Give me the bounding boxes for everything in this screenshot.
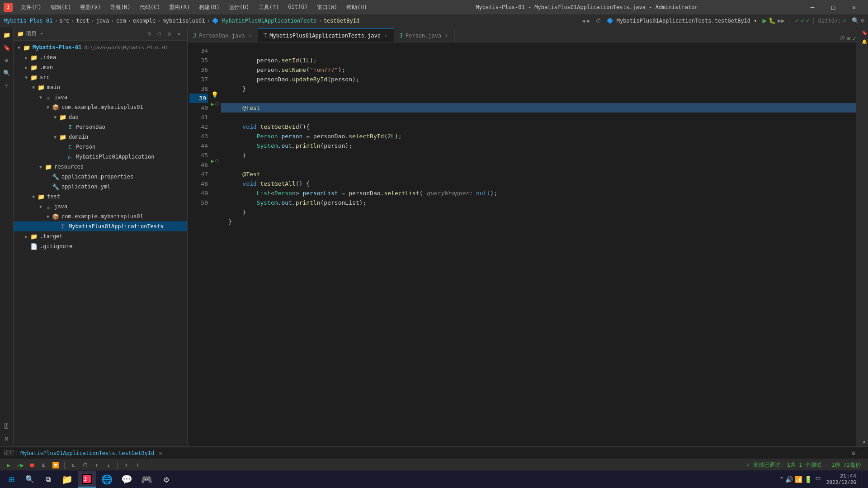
menu-help[interactable]: 帮助(H)	[342, 2, 372, 13]
scroll-down-icon[interactable]: ⬇	[133, 460, 143, 470]
taskbar-app-explorer[interactable]: 📁	[58, 471, 76, 488]
settings-icon[interactable]: ⚙	[861, 17, 864, 24]
nav-back[interactable]: ◀	[582, 18, 585, 24]
sidebar-hide-icon[interactable]: ✕	[175, 29, 184, 38]
sidebar-settings-icon[interactable]: ⚙	[165, 29, 174, 38]
run-settings-icon[interactable]: ⚙	[852, 450, 855, 456]
minimize-button[interactable]: ─	[802, 0, 823, 14]
search-taskbar[interactable]: 🔍	[22, 471, 38, 488]
tree-item-yml[interactable]: ▶ 🔧 application.yml	[14, 182, 187, 192]
tree-item-main[interactable]: ▼ 📁 main	[14, 82, 187, 92]
taskbar-app-steam[interactable]: 🎮	[137, 471, 156, 488]
menu-refactor[interactable]: 重构(R)	[165, 2, 194, 13]
project-icon[interactable]: 📁	[1, 29, 13, 41]
menu-view[interactable]: 视图(V)	[75, 2, 105, 13]
debug-button[interactable]: 🐛	[769, 17, 776, 24]
test-nav-icon[interactable]: ⊞	[39, 460, 49, 470]
menu-run[interactable]: 运行(U)	[224, 2, 254, 13]
recent-locations-icon[interactable]: ⏱	[840, 35, 845, 42]
debug-gutter-icon2[interactable]: ⬡	[215, 156, 219, 166]
tree-item-domain[interactable]: ▼ 📁 domain	[14, 132, 187, 142]
run-coverage[interactable]: ▶▶	[778, 17, 785, 24]
tree-item-gitignore[interactable]: ▶ 📄 .gitignore	[14, 241, 187, 251]
tree-item-idea[interactable]: ▶ 📁 .idea	[14, 52, 187, 62]
panel-expand-icon[interactable]: ▲	[861, 437, 868, 445]
show-passed-icon[interactable]: ↑	[92, 460, 102, 470]
code-editor[interactable]: person.setId(1L); person.setName("Tom777…	[221, 42, 856, 446]
tree-item-application[interactable]: ▶ ▷ MybatisPlus01Application	[14, 152, 187, 162]
find-icon[interactable]: 🔍	[1, 67, 13, 79]
run-close-tab[interactable]: ✕	[159, 450, 162, 456]
menu-window[interactable]: 窗口(W)	[312, 2, 342, 13]
taskbar-app-misc[interactable]: ⚙	[157, 471, 175, 488]
editor-content[interactable]: 34 35 36 37 38 39 40 41 42 43 44 45 46 4…	[188, 42, 860, 446]
run-gutter-icon2[interactable]: ▶	[211, 156, 214, 166]
menu-git[interactable]: Git(G)	[283, 2, 312, 13]
tab-close-person[interactable]: ✕	[444, 32, 449, 39]
test-filter-icon[interactable]: 🔽	[51, 460, 61, 470]
tab-apptests[interactable]: T MybatisPlus01ApplicationTests.java ✕	[258, 28, 394, 42]
nav-forward[interactable]: ▶	[587, 18, 590, 24]
taskview-button[interactable]: ⧉	[40, 471, 56, 488]
tray-volume[interactable]: 🔊	[785, 476, 793, 483]
sort-alpha-icon[interactable]: ⇅	[68, 460, 78, 470]
menu-file[interactable]: 文件(F)	[16, 2, 46, 13]
tree-item-java-main[interactable]: ▼ ☕ java	[14, 92, 187, 102]
close-button[interactable]: ✕	[844, 0, 864, 14]
stop-button[interactable]: ⏹	[27, 460, 37, 470]
run-config-tab[interactable]: MybatisPlus01ApplicationTests.testGetByI…	[20, 450, 154, 456]
run-all-tests-icon[interactable]: ✓▶	[15, 460, 25, 470]
recent-files[interactable]: ⏱	[596, 18, 601, 24]
search-icon[interactable]: 🔍	[852, 17, 859, 24]
sidebar-expand-icon[interactable]: ⊞	[145, 29, 154, 38]
tree-item-properties[interactable]: ▶ 🔧 application.properties	[14, 172, 187, 182]
taskbar-app-browser[interactable]: 🌐	[98, 471, 116, 488]
tree-item-mvn[interactable]: ▶ 📁 .mvn	[14, 62, 187, 72]
tree-item-person[interactable]: ▶ C Person	[14, 142, 187, 152]
sort-duration-icon[interactable]: ⏱	[80, 460, 90, 470]
tray-lang[interactable]: 中	[816, 475, 821, 483]
tree-item-resources[interactable]: ▼ 📁 resources	[14, 162, 187, 172]
split-editor-icon[interactable]: ⊞	[847, 35, 850, 42]
scroll-up-icon[interactable]: ⬆	[121, 460, 131, 470]
tree-item-root[interactable]: ▼ 📁 Mybatis-Plus-01 D:\java\work\Mybatis…	[14, 42, 187, 52]
bookmark-icon[interactable]: 🔖	[1, 42, 13, 53]
run-minimize-icon[interactable]: ─	[861, 450, 864, 456]
tab-person[interactable]: J Person.java ✕	[394, 28, 455, 42]
taskbar-app-intellij[interactable]: J	[78, 471, 96, 488]
tray-icons[interactable]: ^	[780, 476, 783, 483]
tray-network[interactable]: 📶	[795, 476, 802, 483]
tree-item-package-main[interactable]: ▼ 📦 com.example.mybatisplus01	[14, 102, 187, 112]
run-config-indicator[interactable]: 🔷 MybatisPlus01ApplicationTests.testGetB…	[603, 18, 761, 24]
menu-tools[interactable]: 工具(T)	[254, 2, 284, 13]
taskbar-clock[interactable]: 21:44 2022/12/26	[823, 473, 860, 485]
notifications-icon[interactable]: 🔔	[861, 38, 868, 45]
rerun-button[interactable]: ▶	[4, 460, 14, 470]
taskbar-app-wechat[interactable]: 💬	[118, 471, 136, 488]
debug-gutter-icon[interactable]: ⬡	[215, 99, 219, 109]
tab-persondao[interactable]: J PersonDao.java ✕	[188, 28, 258, 42]
tab-close-persondao[interactable]: ✕	[247, 32, 252, 39]
tree-item-apptests[interactable]: ▶ T MybatisPlus01ApplicationTests	[14, 221, 187, 231]
tab-close-apptests[interactable]: ✕	[383, 32, 388, 39]
bulb-icon[interactable]: 💡	[211, 90, 219, 99]
tree-item-test[interactable]: ▼ 📁 test	[14, 192, 187, 202]
tree-item-target[interactable]: ▶ 📁 .target	[14, 231, 187, 241]
structure-icon[interactable]: ⊞	[1, 54, 13, 66]
tree-item-src[interactable]: ▼ 📁 src	[14, 72, 187, 82]
tree-item-java-test[interactable]: ▼ ☕ java	[14, 202, 187, 211]
tree-item-package-test[interactable]: ▼ 📦 com.example.mybatisplus01	[14, 211, 187, 221]
menu-build[interactable]: 构建(B)	[194, 2, 224, 13]
menu-nav[interactable]: 导航(N)	[105, 2, 135, 13]
git-icon[interactable]: ⑂	[1, 80, 13, 91]
menu-code[interactable]: 代码(C)	[135, 2, 165, 13]
start-button[interactable]: ⊞	[4, 471, 20, 488]
tree-item-persondao[interactable]: ▶ I PersonDao	[14, 122, 187, 132]
maven-icon[interactable]: M	[1, 433, 13, 445]
bookmarks-panel-icon[interactable]: 🔖	[861, 29, 868, 36]
run-button[interactable]: ▶	[763, 16, 767, 25]
maximize-button[interactable]: □	[823, 0, 844, 14]
breadcrumb-project[interactable]: Mybatis-Plus-01	[4, 18, 52, 24]
sidebar-collapse-icon[interactable]: ⊟	[155, 29, 164, 38]
database-icon[interactable]: 🗄	[1, 420, 13, 432]
